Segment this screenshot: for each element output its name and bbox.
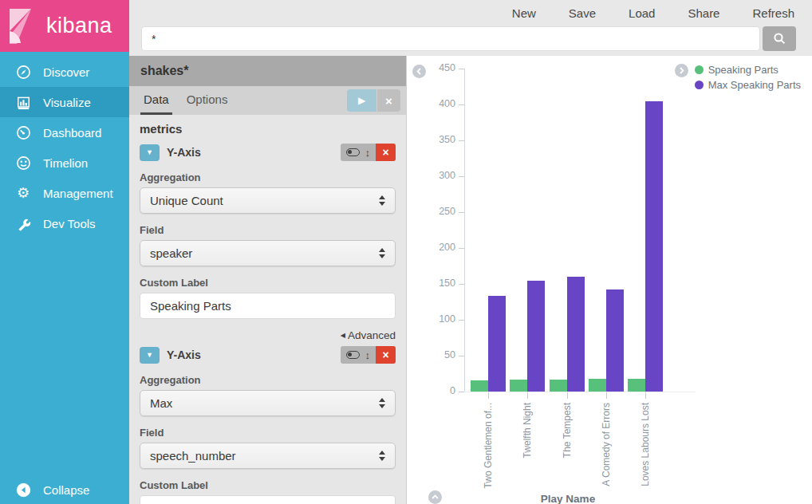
bar[interactable] (606, 289, 624, 392)
y-axis-line (464, 69, 465, 392)
menu-item-refresh[interactable]: Refresh (752, 6, 794, 20)
apply-changes-button[interactable]: ▶ (347, 89, 376, 112)
menu-item-save[interactable]: Save (569, 6, 596, 20)
sidebar-item-label: Management (43, 187, 113, 200)
sidebar-item-label: Discover (43, 65, 89, 79)
tab-data[interactable]: Data (140, 86, 172, 115)
legend-dot-max-speaking-parts (695, 81, 704, 89)
kibana-logo-icon (10, 9, 38, 44)
x-category-label: The Tempest (562, 403, 573, 504)
aggregation-select[interactable]: Max (140, 390, 396, 416)
legend-label: Max Speaking Parts (708, 79, 801, 91)
field-select-value: speaker (150, 246, 379, 260)
disable-agg-toggle-icon[interactable] (346, 351, 360, 359)
legend-item[interactable]: Max Speaking Parts (695, 79, 801, 91)
triangle-left-icon: ◀ (341, 333, 345, 339)
y-tick-label: 400 (422, 98, 455, 109)
search-icon (773, 32, 786, 45)
x-axis-title: Play Name (464, 493, 672, 504)
sidebar-item-dev-tools[interactable]: Dev Tools (0, 208, 129, 238)
custom-label-label: Custom Label (140, 479, 396, 491)
legend-item[interactable]: Speaking Parts (695, 64, 801, 76)
sidebar-item-visualize[interactable]: Visualize (0, 87, 129, 117)
tab-spacer (231, 86, 347, 115)
field-select-value: speech_number (150, 449, 379, 463)
y-tick-mark (459, 104, 464, 105)
remove-agg-button[interactable]: × (376, 144, 396, 161)
sidebar-item-dashboard[interactable]: Dashboard (0, 117, 129, 148)
aggregation-label: Aggregation (140, 171, 396, 183)
agg-title: Y-Axis (167, 348, 341, 361)
agg-header-row: ▼ Y-Axis ↕ × (140, 144, 396, 161)
kibana-logo[interactable]: kibana (0, 0, 129, 52)
compass-icon (15, 64, 31, 80)
collapse-agg-button[interactable]: ▼ (140, 144, 160, 161)
advanced-label: Advanced (348, 329, 396, 341)
reorder-agg-icon[interactable]: ↕ (365, 148, 371, 158)
y-tick-mark (459, 320, 464, 321)
bar[interactable] (471, 380, 488, 392)
metrics-heading: metrics (140, 122, 396, 136)
bar[interactable] (488, 296, 506, 392)
select-arrows-icon (379, 398, 385, 408)
editor-body: metrics ▼ Y-Axis ↕ × Aggregat (129, 115, 406, 504)
close-icon: × (382, 146, 388, 159)
legend-dot-speaking-parts (695, 65, 704, 74)
timelion-face-icon (15, 155, 31, 171)
field-select[interactable]: speaker (140, 240, 396, 266)
tab-options[interactable]: Options (183, 86, 231, 115)
bar[interactable] (567, 277, 585, 392)
bar[interactable] (628, 379, 645, 392)
y-tick-mark (459, 176, 464, 177)
agg-header-row: ▼ Y-Axis ↕ × (140, 346, 396, 364)
disable-agg-toggle-icon[interactable] (346, 148, 360, 156)
aggregation-label: Aggregation (140, 374, 396, 386)
x-category-label: A Comedy of Errors (601, 403, 612, 504)
chevron-left-circle-icon (15, 482, 31, 498)
agg-toggle-group: ↕ (341, 346, 376, 364)
sidebar-item-label: Timelion (43, 156, 88, 170)
legend-rows: Speaking Parts Max Speaking Parts (695, 64, 801, 91)
content: shakes* Data Options ▶ × metrics ▼ Y- (129, 56, 812, 504)
custom-label-input[interactable] (140, 495, 396, 504)
bar[interactable] (510, 380, 527, 392)
custom-label-input[interactable] (140, 293, 396, 319)
chevron-down-icon: ▼ (146, 351, 153, 359)
collapse-agg-button[interactable]: ▼ (140, 347, 160, 364)
discard-changes-button[interactable]: × (377, 89, 400, 112)
spy-panel-toggle-button[interactable] (428, 490, 442, 504)
sidebar-collapse-button[interactable]: Collapse (0, 475, 129, 504)
bar[interactable] (589, 379, 606, 392)
topbar-menu: New Save Load Share Refresh (129, 0, 812, 26)
bar[interactable] (527, 281, 545, 392)
sidebar-item-management[interactable]: ⚙ Management (0, 178, 129, 208)
sidebar-item-discover[interactable]: Discover (0, 57, 129, 87)
y-tick-mark (459, 284, 464, 285)
search-button[interactable] (763, 26, 796, 51)
y-tick-mark (459, 248, 464, 249)
field-select[interactable]: speech_number (140, 443, 396, 469)
wrench-icon (15, 215, 31, 231)
field-label: Field (140, 224, 396, 236)
search-input[interactable] (141, 26, 760, 51)
aggregation-select[interactable]: Unique Count (140, 187, 396, 214)
remove-agg-button[interactable]: × (376, 346, 396, 364)
sidebar-item-label: Dashboard (43, 126, 101, 140)
bar[interactable] (645, 101, 663, 392)
agg-toggle-group: ↕ (341, 144, 376, 161)
y-tick-mark (459, 140, 464, 141)
menu-item-share[interactable]: Share (688, 6, 719, 20)
menu-item-load[interactable]: Load (629, 6, 655, 20)
menu-item-new[interactable]: New (512, 6, 536, 20)
sidebar: kibana Discover Visualize Dashboard (0, 0, 129, 504)
sidebar-item-timelion[interactable]: Timelion (0, 148, 129, 178)
advanced-toggle[interactable]: ◀ Advanced (140, 329, 396, 341)
legend-toggle-button[interactable] (675, 64, 688, 77)
x-category-label: Loves Labours Lost (640, 403, 651, 504)
y-tick-label: 100 (422, 313, 455, 325)
y-tick-label: 150 (422, 278, 455, 289)
bar[interactable] (550, 380, 567, 392)
reorder-agg-icon[interactable]: ↕ (365, 350, 371, 360)
collapse-label: Collapse (43, 483, 89, 497)
y-tick-mark (459, 69, 464, 69)
